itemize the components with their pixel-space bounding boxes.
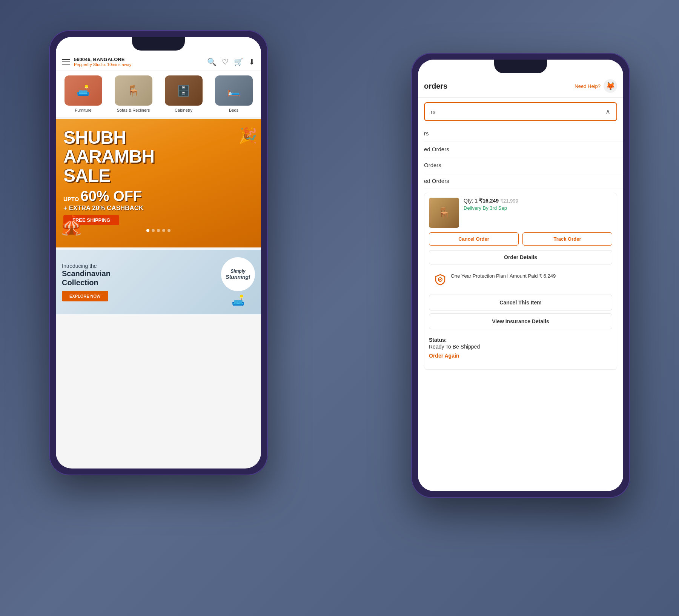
banner-line1: SHUBH	[63, 128, 253, 147]
furniture-image: 🛋️	[65, 75, 102, 106]
scandi-banner: Introducing the ScandinavianCollection E…	[56, 250, 261, 314]
wishlist-icon[interactable]: ♡	[222, 57, 229, 66]
right-phone-notch	[494, 60, 547, 73]
status-value: Ready To Be Shipped	[429, 344, 612, 350]
simply-stunning-section: Simply Stunning! 🛋️	[221, 257, 255, 307]
right-phone-screen: orders Need Help? 🦊 rs ∧ rs ed Orders Or…	[418, 60, 623, 491]
product-thumbnail: 🪑	[429, 198, 459, 228]
order-again-button[interactable]: Order Again	[429, 350, 459, 362]
category-beds[interactable]: 🛏️ Beds	[213, 75, 255, 112]
filter-label: rs	[431, 109, 436, 115]
order-info: Qty: 1 ₹16,249 ₹21,999 Delivery By 3rd S…	[464, 198, 612, 228]
price-original: ₹21,999	[500, 198, 518, 204]
need-help-link[interactable]: Need Help?	[575, 83, 601, 89]
category-cabinetry[interactable]: 🗄️ Cabinetry	[163, 75, 204, 112]
beds-label: Beds	[229, 108, 238, 112]
category-furniture[interactable]: 🛋️ Furniture	[63, 75, 104, 112]
dot-5	[167, 229, 171, 232]
chevron-up-icon: ∧	[605, 108, 610, 116]
orders-page-title: orders	[424, 82, 447, 91]
status-section: Status: Ready To Be Shipped Order Again	[429, 333, 612, 366]
left-phone-screen: 560046, BANGALORE Pepperfry Studio: 10mi…	[56, 37, 261, 469]
protection-plan-text: One Year Protection Plan I Amount Paid ₹…	[451, 273, 556, 280]
banner-line3: SaLe	[63, 166, 253, 185]
list-item-3[interactable]: Orders	[424, 157, 623, 173]
right-phone: orders Need Help? 🦊 rs ∧ rs ed Orders Or…	[411, 53, 630, 498]
status-label: Status:	[429, 337, 612, 343]
order-card: 🪑 Qty: 1 ₹16,249 ₹21,999 Delivery By 3rd…	[424, 193, 617, 370]
banner-cashback: + EXTRA 20% CASHBACK	[63, 204, 253, 212]
studio-text: Pepperfry Studio: 10mins away	[74, 62, 131, 67]
scandi-intro: Introducing the	[62, 263, 111, 269]
order-details-button[interactable]: Order Details	[429, 250, 612, 264]
sofas-image: 🪑	[115, 75, 152, 106]
cabinetry-image: 🗄️	[165, 75, 203, 106]
qty-label: Qty: 1	[464, 198, 478, 204]
sofas-label: Sofas & Recliners	[117, 108, 150, 112]
download-icon[interactable]: ⬇	[249, 57, 255, 66]
mascot-icon: 🦊	[606, 81, 615, 91]
categories-row: 🛋️ Furniture 🪑 Sofas & Recliners 🗄️ Cabi…	[56, 71, 261, 117]
order-action-buttons: Cancel Order Track Order	[424, 232, 617, 250]
view-insurance-button[interactable]: View Insurance Details	[429, 313, 612, 329]
stunning-text: Stunning!	[226, 274, 250, 280]
scene: 560046, BANGALORE Pepperfry Studio: 10mi…	[0, 0, 679, 616]
furniture-label: Furniture	[75, 108, 91, 112]
header-right-group: Need Help? 🦊	[575, 79, 617, 93]
category-sofas[interactable]: 🪑 Sofas & Recliners	[113, 75, 154, 112]
dot-1	[146, 229, 149, 232]
banner-decoration-left: 🎪	[60, 214, 83, 236]
mascot-avatar: 🦊	[604, 79, 617, 93]
scandi-sofa-icon: 🛋️	[221, 294, 255, 307]
sale-banner: 🎪 🎉 SHUBH aaRaMBH SaLe UPTO 60% OFF + EX…	[56, 119, 261, 247]
dot-3	[157, 229, 160, 232]
scandi-text: Introducing the ScandinavianCollection E…	[62, 263, 111, 301]
list-item-2[interactable]: ed Orders	[424, 141, 623, 157]
protection-plan-section: One Year Protection Plan I Amount Paid ₹…	[429, 268, 612, 291]
banner-dots	[63, 229, 253, 232]
shield-icon	[433, 273, 447, 286]
location-text: 560046, BANGALORE	[74, 57, 131, 62]
order-qty-price: Qty: 1 ₹16,249 ₹21,999	[464, 198, 612, 204]
banner-subtitle: UPTO 60% OFF	[63, 188, 253, 204]
banner-line2: aaRaMBH	[63, 147, 253, 166]
simply-text: Simply	[230, 269, 245, 274]
cart-icon[interactable]: 🛒	[234, 57, 243, 66]
banner-decoration-right: 🎉	[238, 127, 257, 144]
orders-list: rs ed Orders Orders ed Orders	[418, 126, 623, 189]
delivery-text: Delivery By 3rd Sep	[464, 205, 612, 211]
banner-upto: UPTO	[63, 196, 81, 202]
hamburger-menu-icon[interactable]	[62, 59, 70, 65]
explore-now-button[interactable]: EXPLORE NOW	[62, 291, 108, 301]
banner-discount: 60% OFF	[81, 188, 142, 204]
dot-4	[162, 229, 165, 232]
track-order-button[interactable]: Track Order	[522, 232, 612, 246]
price-main: ₹16,249	[479, 198, 499, 204]
left-phone-notch	[132, 37, 185, 51]
dot-2	[152, 229, 155, 232]
list-item-4[interactable]: ed Orders	[424, 173, 623, 189]
order-card-content: 🪑 Qty: 1 ₹16,249 ₹21,999 Delivery By 3rd…	[424, 193, 617, 232]
simply-stunning-badge: Simply Stunning!	[221, 257, 255, 291]
search-icon[interactable]: 🔍	[207, 57, 217, 66]
orders-filter-dropdown[interactable]: rs ∧	[424, 102, 617, 121]
location-info: 560046, BANGALORE Pepperfry Studio: 10mi…	[74, 57, 131, 67]
scandi-title: ScandinavianCollection	[62, 269, 111, 287]
list-item-1[interactable]: rs	[424, 126, 623, 141]
header-icons: 🔍 ♡ 🛒 ⬇	[207, 57, 255, 66]
cabinetry-label: Cabinetry	[175, 108, 192, 112]
cancel-order-button[interactable]: Cancel Order	[429, 232, 519, 246]
cancel-item-button[interactable]: Cancel This Item	[429, 295, 612, 310]
left-phone: 560046, BANGALORE Pepperfry Studio: 10mi…	[49, 30, 268, 475]
beds-image: 🛏️	[215, 75, 253, 106]
